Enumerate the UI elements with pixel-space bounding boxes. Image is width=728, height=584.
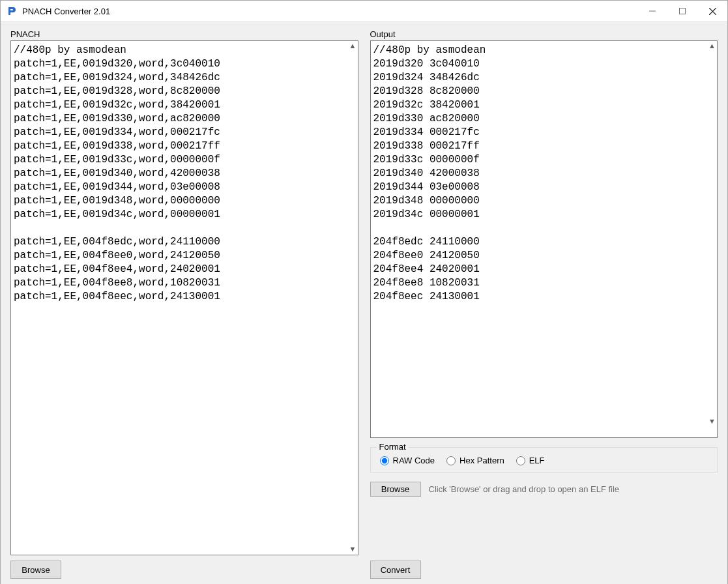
- radio-raw[interactable]: RAW Code: [380, 456, 435, 465]
- radio-hex-input[interactable]: [446, 456, 456, 465]
- radio-hex[interactable]: Hex Pattern: [446, 456, 504, 465]
- output-panel: Output ▲ ▼ Format RAW Code: [370, 29, 718, 555]
- scroll-up-icon[interactable]: ▲: [349, 42, 357, 50]
- client-area: PNACH ▲ ▼ Output ▲ ▼ Format: [1, 22, 727, 584]
- app-window: PNACH Converter 2.01 PNACH ▲ ▼: [0, 0, 728, 584]
- pnach-panel: PNACH ▲ ▼: [10, 29, 358, 555]
- radio-hex-label: Hex Pattern: [459, 456, 504, 465]
- browse-elf-button[interactable]: Browse: [370, 482, 421, 497]
- radio-raw-label: RAW Code: [393, 456, 435, 465]
- elf-row: Browse Click 'Browse' or drag and drop t…: [370, 482, 718, 497]
- browse-pnach-button[interactable]: Browse: [10, 561, 61, 579]
- radio-elf[interactable]: ELF: [516, 456, 545, 465]
- window-controls: [637, 1, 727, 22]
- pnach-label: PNACH: [10, 29, 358, 39]
- scroll-down-icon[interactable]: ▼: [708, 417, 716, 425]
- radio-elf-label: ELF: [529, 456, 545, 465]
- titlebar: PNACH Converter 2.01: [1, 1, 727, 22]
- app-icon: [7, 6, 18, 16]
- scroll-down-icon[interactable]: ▼: [349, 545, 357, 553]
- minimize-button[interactable]: [637, 1, 667, 22]
- format-groupbox: Format RAW Code Hex Pattern ELF: [370, 447, 718, 473]
- radio-elf-input[interactable]: [516, 456, 525, 465]
- svg-rect-1: [680, 8, 686, 14]
- scroll-up-icon[interactable]: ▲: [708, 42, 716, 50]
- format-legend: Format: [377, 442, 409, 452]
- output-text[interactable]: [370, 40, 718, 438]
- pnach-input[interactable]: [10, 40, 358, 555]
- output-label: Output: [370, 29, 718, 39]
- radio-raw-input[interactable]: [380, 456, 389, 465]
- window-title: PNACH Converter 2.01: [22, 7, 637, 16]
- convert-button[interactable]: Convert: [370, 561, 421, 579]
- elf-hint: Click 'Browse' or drag and drop to open …: [429, 484, 620, 494]
- maximize-button[interactable]: [667, 1, 697, 22]
- close-button[interactable]: [697, 1, 727, 22]
